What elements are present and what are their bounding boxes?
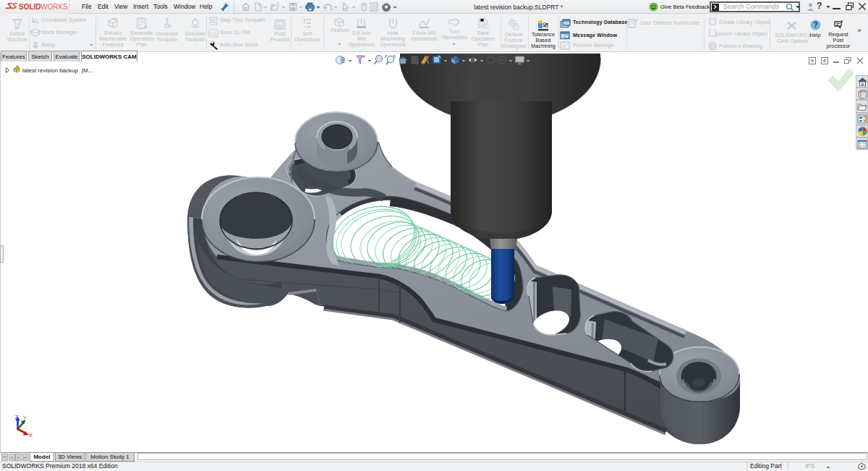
svg-text:SOLID: SOLID xyxy=(19,3,41,11)
svg-text:Z: Z xyxy=(15,414,19,420)
svg-text:?: ? xyxy=(814,21,818,29)
svg-text:X: X xyxy=(29,432,33,438)
svg-text:CL: CL xyxy=(210,31,217,36)
svg-text:G1: G1 xyxy=(278,23,283,27)
svg-text:WORKS: WORKS xyxy=(41,3,68,11)
svg-text:Y: Y xyxy=(23,415,27,421)
